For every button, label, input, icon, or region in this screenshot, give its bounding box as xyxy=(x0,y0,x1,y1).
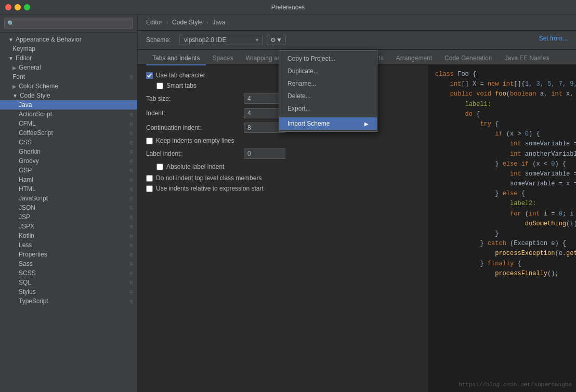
code-line: class Foo { xyxy=(435,70,570,79)
continuation-indent-row: Continuation indent: xyxy=(146,123,420,133)
copy-icon: ⎘ xyxy=(130,102,133,108)
tab-imports[interactable]: Imports xyxy=(357,52,390,65)
scheme-dropdown-wrap: vipshop2.0 IDE ▼ xyxy=(179,35,263,45)
tab-tabs-indents[interactable]: Tabs and Indents xyxy=(146,52,206,65)
minimize-button[interactable] xyxy=(15,4,21,10)
code-line: int[] X = new int[]{1, 3, 5, 7, 9, 11}; xyxy=(435,79,570,89)
label-indent-input[interactable] xyxy=(244,148,285,159)
indent-input[interactable] xyxy=(244,108,285,118)
tab-code-generation[interactable]: Code Generation xyxy=(438,52,498,65)
tab-spaces[interactable]: Spaces xyxy=(206,52,239,65)
arrow-icon: ▶ xyxy=(12,65,17,71)
code-line: int someVariable = a ? x : y; xyxy=(435,139,570,149)
continuation-indent-label: Continuation indent: xyxy=(146,124,240,131)
tab-blank-lines[interactable]: Blank Lines xyxy=(312,52,357,65)
tab-size-row: Tab size: xyxy=(146,93,420,104)
sidebar-item-javascript[interactable]: JavaScript ⎘ xyxy=(0,194,137,203)
keep-indents-row: Keep indents on empty lines xyxy=(146,137,420,144)
sidebar-item-keymap[interactable]: Keymap xyxy=(0,44,137,53)
close-button[interactable] xyxy=(5,4,11,10)
copy-icon: ⎘ xyxy=(130,177,133,183)
content-area: Editor › Code Style › Java Scheme: vipsh… xyxy=(138,15,576,392)
tab-wrapping[interactable]: Wrapping and Braces xyxy=(239,52,311,65)
scheme-row: Scheme: vipshop2.0 IDE ▼ ⚙▼ Set from... xyxy=(138,31,576,50)
code-line: } else { xyxy=(435,189,570,199)
set-from-link[interactable]: Set from... xyxy=(539,35,568,42)
maximize-button[interactable] xyxy=(24,4,30,10)
copy-icon: ⎘ xyxy=(130,233,133,239)
sidebar-item-appearance-behavior[interactable]: ▼ Appearance & Behavior xyxy=(0,35,137,44)
label-indent-label: Label indent: xyxy=(146,150,240,157)
sidebar-item-scss[interactable]: SCSS ⎘ xyxy=(0,268,137,278)
do-not-indent-checkbox[interactable] xyxy=(146,175,153,182)
code-line: } else if (x < 0) { xyxy=(435,159,570,169)
sidebar-item-html[interactable]: HTML ⎘ xyxy=(0,184,137,194)
copy-icon: ⎘ xyxy=(130,205,133,211)
sidebar-item-font[interactable]: Font ⎘ xyxy=(0,72,137,82)
use-tab-character-checkbox[interactable] xyxy=(146,72,153,79)
code-line: processException(e.getMessage(), x + y xyxy=(435,249,570,259)
window-title: Preferences xyxy=(271,4,305,11)
search-input[interactable] xyxy=(4,18,133,29)
continuation-indent-input[interactable] xyxy=(244,123,285,133)
sidebar-item-cfml[interactable]: CFML ⎘ xyxy=(0,119,137,128)
sidebar-item-json[interactable]: JSON ⎘ xyxy=(0,203,137,212)
sidebar-item-stylus[interactable]: Stylus ⎘ xyxy=(0,287,137,296)
sidebar-item-general[interactable]: ▶ General xyxy=(0,63,137,72)
tab-arrangement[interactable]: Arrangement xyxy=(390,52,438,65)
keep-indents-label: Keep indents on empty lines xyxy=(156,137,234,144)
use-indents-relative-label: Use indents relative to expression start xyxy=(156,185,264,192)
code-line: int someVariable = (y + z); xyxy=(435,169,570,179)
use-indents-relative-checkbox[interactable] xyxy=(146,185,153,192)
copy-icon: ⎘ xyxy=(130,261,133,267)
absolute-label-indent-row: Absolute label indent xyxy=(146,163,420,170)
sidebar-item-groovy[interactable]: Groovy ⎘ xyxy=(0,156,137,166)
use-indents-relative-row: Use indents relative to expression start xyxy=(146,185,420,192)
copy-icon: ⎘ xyxy=(130,121,133,127)
sidebar-item-jsp[interactable]: JSP ⎘ xyxy=(0,212,137,222)
smart-tabs-checkbox[interactable] xyxy=(156,83,163,89)
search-icon: 🔍 xyxy=(7,20,15,27)
window-controls xyxy=(5,4,30,10)
tab-java-ee-names[interactable]: Java EE Names xyxy=(498,52,555,65)
sidebar-item-coffeescript[interactable]: CoffeeScript ⎘ xyxy=(0,128,137,138)
use-tab-character-row: Use tab character xyxy=(146,72,420,79)
copy-icon: ⎘ xyxy=(130,130,133,136)
sidebar-item-java[interactable]: Java ⎘ xyxy=(0,100,137,110)
keep-indents-checkbox[interactable] xyxy=(146,138,153,144)
smart-tabs-row: Smart tabs xyxy=(146,82,420,89)
copy-icon: ⎘ xyxy=(130,140,133,145)
indent-label: Indent: xyxy=(146,110,240,117)
sidebar-item-sass[interactable]: Sass ⎘ xyxy=(0,259,137,268)
sidebar-item-actionscript[interactable]: ActionScript ⎘ xyxy=(0,110,137,119)
sidebar-item-css[interactable]: CSS ⎘ xyxy=(0,138,137,147)
sidebar-item-editor[interactable]: ▼ Editor xyxy=(0,53,137,63)
sidebar-item-properties[interactable]: Properties ⎘ xyxy=(0,250,137,259)
indent-row: Indent: xyxy=(146,108,420,118)
copy-icon: ⎘ xyxy=(130,242,133,248)
code-line: label2: xyxy=(435,199,570,209)
sidebar-item-color-scheme[interactable]: ▶ Color Scheme xyxy=(0,82,137,91)
arrow-icon: ▼ xyxy=(12,93,18,99)
copy-icon: ⎘ xyxy=(130,299,133,304)
copy-icon: ⎘ xyxy=(130,196,133,201)
scheme-dropdown[interactable]: vipshop2.0 IDE xyxy=(179,35,263,45)
sidebar-item-sql[interactable]: SQL ⎘ xyxy=(0,278,137,287)
sidebar-item-gherkin[interactable]: Gherkin ⎘ xyxy=(0,147,137,156)
copy-icon: ⎘ xyxy=(130,149,133,155)
copy-icon: ⎘ xyxy=(130,252,133,258)
sidebar-item-typescript[interactable]: TypeScript ⎘ xyxy=(0,296,137,306)
code-line: for (int i = 0; i < 5; i++) xyxy=(435,209,570,219)
sidebar-item-less[interactable]: Less ⎘ xyxy=(0,240,137,250)
sidebar-item-jspx[interactable]: JSPX ⎘ xyxy=(0,222,137,231)
absolute-label-indent-checkbox[interactable] xyxy=(156,164,163,170)
gear-button[interactable]: ⚙▼ xyxy=(267,35,286,45)
code-line: } xyxy=(435,229,570,239)
sidebar-item-code-style[interactable]: ▼ Code Style xyxy=(0,91,137,100)
tab-size-input[interactable] xyxy=(244,93,285,104)
code-line: doSomething(i); xyxy=(435,219,570,229)
sidebar-item-gsp[interactable]: GSP ⎘ xyxy=(0,166,137,175)
sidebar-item-haml[interactable]: Haml ⎘ xyxy=(0,175,137,184)
sidebar-item-kotlin[interactable]: Kotlin ⎘ xyxy=(0,231,137,240)
code-line: someVariable = x = x + y; xyxy=(435,179,570,189)
